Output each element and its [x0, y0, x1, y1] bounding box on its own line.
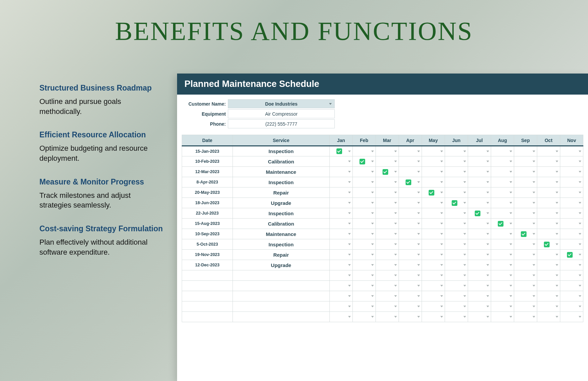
- month-cell[interactable]: [537, 146, 560, 156]
- date-cell[interactable]: [182, 312, 233, 322]
- month-cell[interactable]: [376, 177, 399, 187]
- month-cell[interactable]: [399, 281, 422, 291]
- month-cell[interactable]: [445, 187, 468, 198]
- month-cell[interactable]: [445, 250, 468, 260]
- service-cell[interactable]: [233, 312, 329, 322]
- month-cell[interactable]: [491, 281, 514, 291]
- month-cell[interactable]: [376, 250, 399, 260]
- month-cell[interactable]: [376, 301, 399, 312]
- month-cell[interactable]: [514, 146, 537, 156]
- month-cell[interactable]: [329, 301, 352, 312]
- month-cell[interactable]: [329, 219, 352, 229]
- month-cell[interactable]: [422, 229, 445, 239]
- month-cell[interactable]: [352, 167, 376, 177]
- month-cell[interactable]: [537, 250, 560, 260]
- month-cell[interactable]: [537, 270, 560, 281]
- month-cell[interactable]: [514, 281, 537, 291]
- month-cell[interactable]: [468, 281, 491, 291]
- month-cell[interactable]: [445, 229, 468, 239]
- date-cell[interactable]: [182, 270, 233, 281]
- month-cell[interactable]: [537, 260, 560, 270]
- month-cell[interactable]: [329, 312, 352, 322]
- date-cell[interactable]: 15-Jan-2023: [182, 146, 233, 156]
- month-cell[interactable]: [376, 270, 399, 281]
- month-cell[interactable]: [445, 198, 468, 208]
- month-cell[interactable]: [491, 208, 514, 219]
- month-cell[interactable]: [445, 270, 468, 281]
- month-cell[interactable]: [445, 156, 468, 167]
- month-cell[interactable]: [560, 239, 583, 250]
- month-cell[interactable]: [560, 219, 583, 229]
- month-cell[interactable]: [329, 167, 352, 177]
- month-cell[interactable]: [352, 198, 376, 208]
- month-cell[interactable]: [329, 156, 352, 167]
- month-cell[interactable]: [445, 167, 468, 177]
- date-cell[interactable]: [182, 281, 233, 291]
- month-cell[interactable]: [352, 177, 376, 187]
- month-cell[interactable]: [399, 250, 422, 260]
- month-cell[interactable]: [468, 167, 491, 177]
- month-cell[interactable]: [514, 291, 537, 301]
- month-cell[interactable]: [537, 208, 560, 219]
- month-cell[interactable]: [514, 250, 537, 260]
- month-cell[interactable]: [352, 291, 376, 301]
- month-cell[interactable]: [560, 312, 583, 322]
- month-cell[interactable]: [560, 270, 583, 281]
- month-cell[interactable]: [514, 219, 537, 229]
- month-cell[interactable]: [399, 291, 422, 301]
- month-cell[interactable]: [399, 187, 422, 198]
- month-cell[interactable]: [491, 167, 514, 177]
- month-cell[interactable]: [468, 219, 491, 229]
- month-cell[interactable]: [352, 281, 376, 291]
- month-cell[interactable]: [491, 219, 514, 229]
- month-cell[interactable]: [422, 250, 445, 260]
- month-cell[interactable]: [352, 260, 376, 270]
- month-cell[interactable]: [445, 260, 468, 270]
- service-cell[interactable]: [233, 291, 329, 301]
- month-cell[interactable]: [491, 187, 514, 198]
- month-cell[interactable]: [537, 177, 560, 187]
- month-cell[interactable]: [329, 250, 352, 260]
- month-cell[interactable]: [376, 312, 399, 322]
- month-cell[interactable]: [329, 177, 352, 187]
- month-cell[interactable]: [376, 198, 399, 208]
- month-cell[interactable]: [491, 291, 514, 301]
- month-cell[interactable]: [468, 250, 491, 260]
- month-cell[interactable]: [399, 219, 422, 229]
- month-cell[interactable]: [399, 301, 422, 312]
- service-cell[interactable]: Upgrade: [233, 198, 329, 208]
- month-cell[interactable]: [422, 301, 445, 312]
- month-cell[interactable]: [376, 281, 399, 291]
- month-cell[interactable]: [514, 239, 537, 250]
- month-cell[interactable]: [352, 146, 376, 156]
- month-cell[interactable]: [352, 312, 376, 322]
- month-cell[interactable]: [491, 250, 514, 260]
- month-cell[interactable]: [537, 239, 560, 250]
- month-cell[interactable]: [352, 229, 376, 239]
- month-cell[interactable]: [445, 146, 468, 156]
- month-cell[interactable]: [560, 229, 583, 239]
- service-cell[interactable]: Repair: [233, 187, 329, 198]
- equipment-field[interactable]: Air Compressor: [228, 109, 335, 118]
- month-cell[interactable]: [376, 260, 399, 270]
- month-cell[interactable]: [399, 146, 422, 156]
- month-cell[interactable]: [376, 156, 399, 167]
- customer-name-dropdown[interactable]: Doe Industries: [228, 99, 335, 108]
- month-cell[interactable]: [560, 156, 583, 167]
- month-cell[interactable]: [468, 260, 491, 270]
- month-cell[interactable]: [445, 219, 468, 229]
- month-cell[interactable]: [422, 291, 445, 301]
- month-cell[interactable]: [376, 187, 399, 198]
- month-cell[interactable]: [514, 312, 537, 322]
- month-cell[interactable]: [329, 187, 352, 198]
- month-cell[interactable]: [329, 270, 352, 281]
- month-cell[interactable]: [537, 229, 560, 239]
- month-cell[interactable]: [514, 270, 537, 281]
- month-cell[interactable]: [399, 198, 422, 208]
- month-cell[interactable]: [514, 198, 537, 208]
- month-cell[interactable]: [329, 208, 352, 219]
- month-cell[interactable]: [560, 281, 583, 291]
- service-cell[interactable]: Maintenance: [233, 229, 329, 239]
- month-cell[interactable]: [422, 281, 445, 291]
- month-cell[interactable]: [560, 198, 583, 208]
